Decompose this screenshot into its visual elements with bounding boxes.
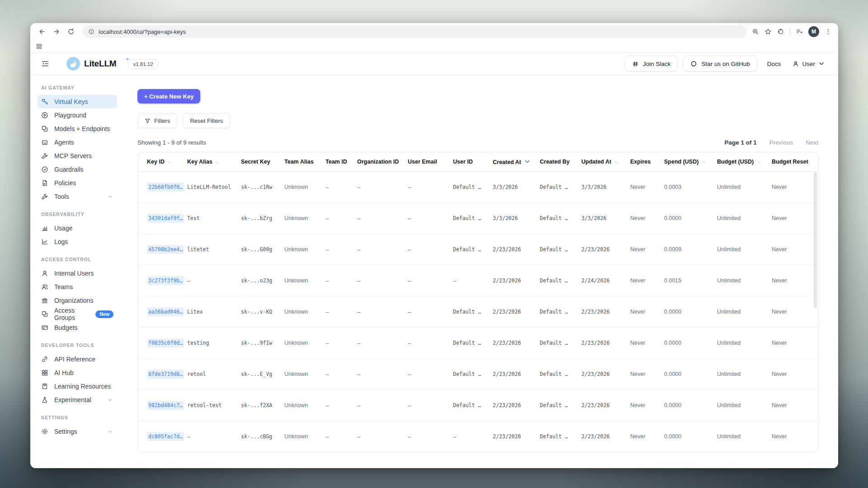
new-badge: New <box>95 310 113 318</box>
sidebar-item-internal-users[interactable]: Internal Users <box>38 267 117 280</box>
pagination: Page 1 of 1 Previous Next <box>724 139 818 146</box>
sort-icon[interactable]: ↑↓ <box>168 160 171 164</box>
back-button[interactable] <box>36 25 48 38</box>
column-header-key-id[interactable]: Key ID↑↓ <box>138 152 187 172</box>
sidebar-item-label: Playground <box>54 112 86 119</box>
column-header-key-alias[interactable]: Key Alias↑↓ <box>187 152 241 172</box>
star-github-button[interactable]: Star us on GitHub <box>683 56 757 72</box>
key-id-link[interactable]: dc805fac7d… <box>147 432 184 441</box>
bookmark-star-icon[interactable] <box>764 28 772 35</box>
users-icon <box>41 283 48 291</box>
sidebar-item-ai-hub[interactable]: AI Hub <box>38 366 117 380</box>
sort-icon[interactable]: ↑↓ <box>702 160 705 164</box>
sidebar-item-policies[interactable]: Policies <box>38 176 117 190</box>
sort-icon[interactable]: ↑↓ <box>614 160 618 164</box>
next-page-button[interactable]: Next <box>806 139 818 146</box>
sidebar-section-label: OBSERVABILITY <box>41 211 117 217</box>
sidebar-item-agents[interactable]: Agents <box>38 136 117 149</box>
agent-icon <box>41 139 48 146</box>
cell-created_by: Default … <box>540 421 581 452</box>
sidebar-item-label: Budgets <box>54 324 77 331</box>
table-row: 45708b2ee4…litetetsk-...G00gUnknown–––De… <box>138 234 818 265</box>
filters-button[interactable]: Filters <box>137 113 177 128</box>
column-header-user-id: User ID <box>453 152 493 172</box>
browser-profile-avatar[interactable]: M <box>808 26 819 37</box>
column-header-spend-usd[interactable]: Spend (USD)↑↓ <box>664 152 717 172</box>
reset-filters-button[interactable]: Reset Filters <box>183 113 230 128</box>
sidebar-item-label: Agents <box>54 139 74 146</box>
cell-user_id: Default … <box>453 390 493 421</box>
sidebar-item-mcp-servers[interactable]: MCP Servers <box>38 149 117 163</box>
sidebar-item-experimental[interactable]: Experimental <box>38 393 117 407</box>
cell-budget_reset: Never <box>772 265 818 296</box>
forward-button[interactable] <box>50 25 63 38</box>
cell-team_id: – <box>326 296 357 328</box>
sidebar-item-virtual-keys[interactable]: Virtual Keys <box>38 95 117 108</box>
sidebar-item-access-groups[interactable]: Access GroupsNew <box>38 307 117 321</box>
browser-menu-icon[interactable] <box>825 28 832 35</box>
cell-spend: 0.0003 <box>664 172 717 203</box>
cell-updated_at: 3/3/2026 <box>581 203 630 234</box>
docs-link[interactable]: Docs <box>767 61 781 67</box>
sort-icon[interactable]: ↑↓ <box>757 160 760 164</box>
sidebar-item-logs[interactable]: Logs <box>38 235 117 249</box>
sidebar-item-api-reference[interactable]: API Reference <box>38 352 117 366</box>
column-header-created-at[interactable]: Created At <box>493 152 540 172</box>
collapse-sidebar-icon[interactable] <box>41 60 49 68</box>
sidebar-item-label: Tools <box>54 193 69 200</box>
key-id-link[interactable]: 3c273f3f9b… <box>147 276 184 285</box>
column-header-secret-key: Secret Key <box>241 152 284 172</box>
extensions-icon[interactable] <box>777 28 784 35</box>
sidebar-item-playground[interactable]: Playground <box>38 108 117 122</box>
key-id-link[interactable]: f0835c0f8d… <box>147 338 184 347</box>
sidebar-item-settings[interactable]: Settings <box>38 425 117 438</box>
cell-key_alias: – <box>187 265 241 296</box>
table-scrollbar[interactable] <box>814 172 817 308</box>
file-icon <box>41 179 48 187</box>
cell-team_id: – <box>326 203 357 234</box>
cell-user_email: – <box>408 328 453 359</box>
column-header-organization-id: Organization ID <box>357 152 408 172</box>
tab-search-icon[interactable] <box>796 28 803 35</box>
create-new-key-button[interactable]: + Create New Key <box>137 89 200 103</box>
column-header-budget-usd[interactable]: Budget (USD)↑↓ <box>717 152 772 172</box>
sidebar-item-teams[interactable]: Teams <box>38 280 117 294</box>
sidebar-item-organizations[interactable]: Organizations <box>38 294 117 307</box>
sort-desc-icon[interactable] <box>525 159 530 165</box>
sidebar-item-usage[interactable]: Usage <box>38 221 117 235</box>
sidebar-item-budgets[interactable]: Budgets <box>38 321 117 334</box>
reload-button[interactable] <box>65 25 77 38</box>
zoom-icon[interactable] <box>752 28 759 35</box>
key-id-link[interactable]: 34301daf9f… <box>147 214 184 223</box>
sidebar-item-label: Teams <box>54 283 73 291</box>
site-info-icon[interactable] <box>88 28 94 35</box>
sidebar-item-learning-resources[interactable]: Learning Resources <box>38 380 117 393</box>
cell-spend: 0.0000 <box>664 296 717 328</box>
gear-icon <box>41 428 48 435</box>
sidebar-item-models-endpoints[interactable]: Models + Endpoints <box>38 122 117 136</box>
column-header-updated-at[interactable]: Updated At↑↓ <box>581 152 630 172</box>
key-id-link[interactable]: 22b68fb0f0… <box>147 183 184 192</box>
sidebar-item-tools[interactable]: Tools <box>38 190 117 203</box>
key-id-link[interactable]: 45708b2ee4… <box>147 245 184 254</box>
previous-page-button[interactable]: Previous <box>769 139 793 146</box>
address-bar[interactable]: localhost:4000/ui/?page=api-keys <box>83 25 746 38</box>
sort-icon[interactable]: ↑↓ <box>216 160 219 164</box>
user-menu[interactable]: User <box>793 61 825 67</box>
table-row: 8fde3719d8…retoolsk-...E_VgUnknown–––Def… <box>138 359 818 390</box>
cell-spend: 0.0009 <box>664 234 717 265</box>
join-slack-button[interactable]: Join Slack <box>625 56 678 72</box>
cell-spend: 0.0015 <box>664 265 717 296</box>
sidebar-item-guardrails[interactable]: Guardrails <box>38 163 117 176</box>
key-id-link[interactable]: 982bd484c7… <box>147 401 184 410</box>
sidebar-item-label: Organizations <box>54 297 93 304</box>
key-id-link[interactable]: aa36bad046… <box>147 307 184 316</box>
browser-toolbar: localhost:4000/ui/?page=api-keys M <box>30 23 838 40</box>
cell-team_id: – <box>326 359 357 390</box>
sidebar-item-label: MCP Servers <box>54 152 92 160</box>
cell-created_at: 2/23/2026 <box>493 234 540 265</box>
cell-key_alias: – <box>187 421 241 452</box>
apps-grid-icon[interactable] <box>36 43 42 50</box>
sidebar-item-label: API Reference <box>54 356 95 363</box>
key-id-link[interactable]: 8fde3719d8… <box>147 370 184 379</box>
